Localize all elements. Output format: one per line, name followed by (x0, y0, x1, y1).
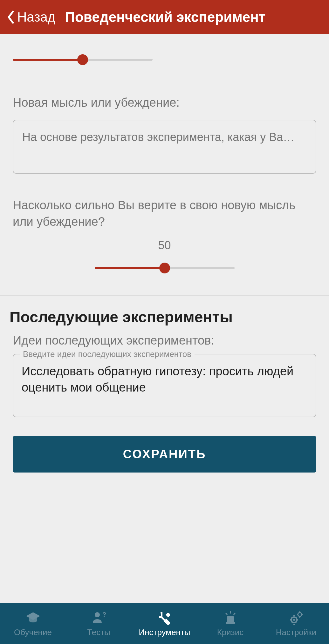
back-button[interactable]: Назад (6, 10, 55, 25)
svg-line-6 (234, 613, 235, 615)
svg-point-8 (293, 619, 295, 621)
svg-line-5 (226, 613, 227, 615)
person-question-icon: ? (91, 610, 107, 626)
nav-label: Тесты (87, 627, 110, 637)
gears-icon (288, 610, 304, 626)
new-thought-input[interactable] (13, 120, 316, 174)
siren-icon (223, 610, 238, 626)
nav-label: Инструменты (139, 627, 190, 637)
nav-tests[interactable]: ? Тесты (66, 610, 132, 637)
svg-text:?: ? (102, 611, 106, 618)
bottom-nav: Обучение ? Тесты Инструменты Кризис (0, 603, 329, 644)
followup-input[interactable] (13, 354, 316, 417)
svg-point-9 (298, 613, 302, 616)
slider-2[interactable] (95, 258, 235, 278)
nav-crisis[interactable]: Кризис (197, 610, 263, 637)
app-header: Назад Поведенческий эксперимент (0, 0, 329, 34)
slider-2-value: 50 (95, 239, 235, 252)
nav-label: Кризис (217, 627, 244, 637)
nav-label: Настройки (276, 627, 317, 637)
svg-rect-3 (226, 622, 235, 624)
slider-fill (95, 267, 165, 269)
back-label: Назад (17, 10, 55, 25)
followup-floating-label: Введите идеи последующих экспериментов (20, 349, 195, 359)
followup-field: Введите идеи последующих экспериментов (13, 354, 316, 419)
svg-rect-2 (227, 616, 234, 622)
slider-1[interactable] (13, 50, 153, 69)
slider-fill (13, 59, 83, 61)
page-title: Поведенческий эксперимент (65, 9, 265, 25)
slider-thumb[interactable] (159, 263, 170, 273)
content-area: Новая мысль или убеждение: Насколько сил… (0, 34, 329, 603)
chevron-left-icon (6, 10, 15, 24)
save-button[interactable]: СОХРАНИТЬ (13, 436, 316, 473)
graduation-cap-icon (25, 610, 41, 626)
nav-settings[interactable]: Настройки (263, 610, 329, 637)
nav-learning[interactable]: Обучение (0, 610, 66, 637)
tools-icon (157, 610, 173, 626)
svg-point-0 (95, 612, 100, 617)
followup-section-title: Последующие эксперименты (0, 296, 329, 334)
belief-question-label: Насколько сильно Вы верите в свою новую … (13, 197, 316, 230)
new-thought-label: Новая мысль или убеждение: (13, 95, 316, 111)
slider-thumb[interactable] (77, 54, 88, 65)
nav-tools[interactable]: Инструменты (132, 610, 197, 637)
nav-label: Обучение (14, 627, 52, 637)
